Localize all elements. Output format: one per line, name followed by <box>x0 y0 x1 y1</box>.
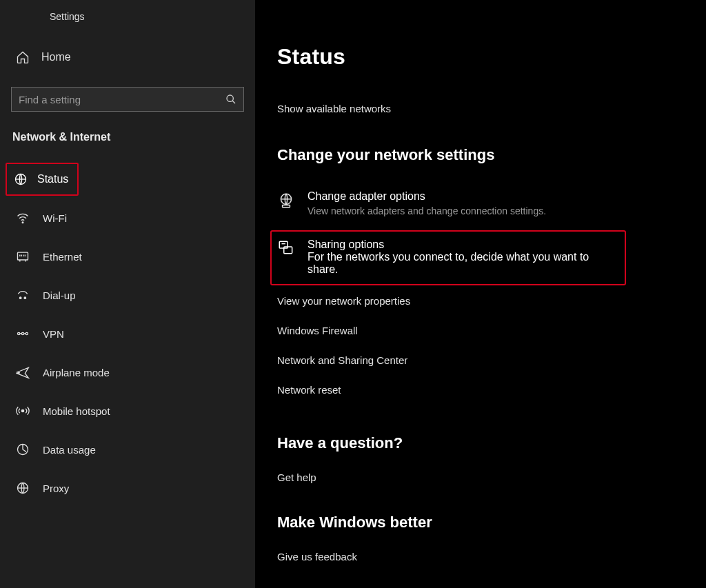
sharing-options-row[interactable]: Sharing options For the networks you con… <box>270 230 626 285</box>
proxy-icon <box>15 480 30 496</box>
sidebar-item-airplane[interactable]: Airplane mode <box>0 356 255 389</box>
question-heading: Have a question? <box>277 434 706 452</box>
sidebar-item-hotspot[interactable]: Mobile hotspot <box>0 394 255 427</box>
hotspot-icon <box>15 403 30 418</box>
sidebar-item-label: Status <box>37 173 68 185</box>
get-help-link[interactable]: Get help <box>277 472 706 483</box>
svg-rect-4 <box>18 252 28 260</box>
sharing-desc: For the networks you connect to, decide … <box>307 251 616 276</box>
windows-firewall-link[interactable]: Windows Firewall <box>277 325 706 336</box>
adapter-icon <box>277 192 295 210</box>
sidebar-item-label: Ethernet <box>43 251 82 263</box>
svg-line-1 <box>232 101 235 103</box>
sidebar-item-label: Wi-Fi <box>43 212 67 224</box>
sidebar-item-label: Proxy <box>43 483 69 494</box>
app-title: Settings <box>0 11 255 22</box>
airplane-icon <box>15 365 30 380</box>
data-usage-icon <box>15 442 30 457</box>
sidebar-item-datausage[interactable]: Data usage <box>0 433 255 466</box>
svg-point-0 <box>227 95 233 101</box>
sharing-icon <box>277 239 295 256</box>
sidebar-item-proxy[interactable]: Proxy <box>0 472 255 505</box>
feedback-link[interactable]: Give us feedback <box>277 551 706 562</box>
change-settings-heading: Change your network settings <box>277 146 706 164</box>
ethernet-icon <box>15 249 30 264</box>
show-networks-link[interactable]: Show available networks <box>277 103 706 114</box>
sidebar-category: Network & Internet <box>0 131 255 143</box>
svg-point-10 <box>21 409 23 412</box>
sidebar-item-vpn[interactable]: VPN <box>0 317 255 350</box>
sidebar-item-label: VPN <box>43 328 64 340</box>
svg-point-5 <box>19 297 21 299</box>
svg-point-7 <box>18 332 20 334</box>
search-input[interactable] <box>19 94 225 105</box>
page-title: Status <box>277 44 706 70</box>
sidebar-item-label: Dial-up <box>43 290 76 301</box>
sidebar-item-label: Mobile hotspot <box>43 405 110 417</box>
main-content: Status Show available networks Change yo… <box>255 0 706 588</box>
view-properties-link[interactable]: View your network properties <box>277 295 706 307</box>
sidebar-item-status[interactable]: Status <box>6 163 79 196</box>
adapter-title: Change adapter options <box>307 190 546 203</box>
adapter-desc: View network adapters and change connect… <box>307 205 546 216</box>
sidebar-item-dialup[interactable]: Dial-up <box>0 278 255 312</box>
sharing-title: Sharing options <box>307 239 616 251</box>
home-label: Home <box>41 51 71 63</box>
sidebar-item-wifi[interactable]: Wi-Fi <box>0 201 255 234</box>
dialup-icon <box>15 287 30 303</box>
search-box[interactable] <box>11 87 244 112</box>
better-heading: Make Windows better <box>277 514 706 531</box>
home-icon <box>15 50 30 65</box>
sidebar-item-label: Airplane mode <box>43 367 110 378</box>
search-icon <box>225 94 236 105</box>
adapter-options-row[interactable]: Change adapter options View network adap… <box>277 183 706 223</box>
sidebar: Settings Home Network & Internet Status … <box>0 0 255 588</box>
sidebar-home[interactable]: Home <box>0 47 255 68</box>
svg-point-8 <box>21 332 23 334</box>
vpn-icon <box>15 326 30 341</box>
svg-point-9 <box>26 332 28 334</box>
globe-icon <box>14 172 28 186</box>
svg-point-3 <box>22 222 23 223</box>
sidebar-item-label: Data usage <box>43 444 96 456</box>
svg-point-6 <box>24 297 26 299</box>
sidebar-item-ethernet[interactable]: Ethernet <box>0 240 255 273</box>
network-reset-link[interactable]: Network reset <box>277 384 706 396</box>
wifi-icon <box>15 210 30 225</box>
svg-rect-14 <box>283 205 290 207</box>
sharing-center-link[interactable]: Network and Sharing Center <box>277 354 706 366</box>
